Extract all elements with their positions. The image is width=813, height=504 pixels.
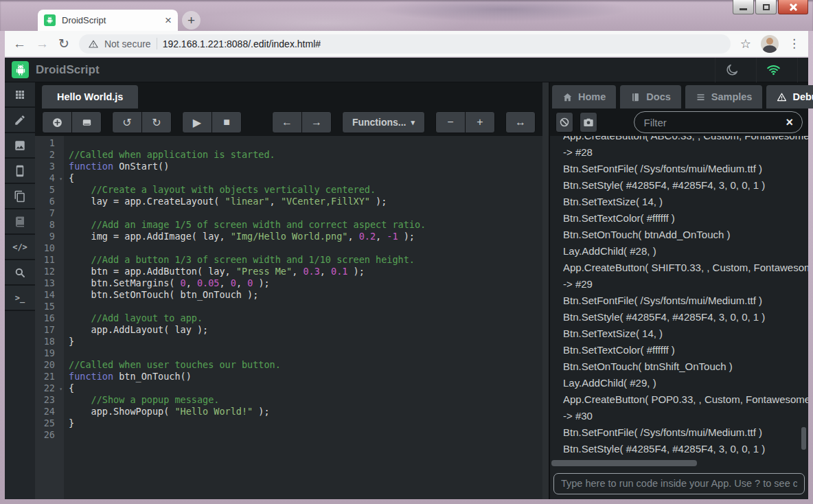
code-line: //Show a popup message. <box>69 394 542 406</box>
sidebar-pencil-button[interactable] <box>5 108 35 133</box>
undo-icon: ↺ <box>122 116 131 129</box>
window-controls <box>733 0 808 14</box>
line-number: 7 <box>35 207 64 219</box>
dark-mode-button[interactable] <box>715 58 749 82</box>
play-icon: ▶ <box>193 116 201 129</box>
wrap-button[interactable]: ↔ <box>505 111 536 133</box>
code-line: app.ShowPopup( "Hello World!" ); <box>69 406 542 417</box>
browser-forward-button[interactable]: → <box>36 37 49 50</box>
browser-reload-button[interactable]: ↻ <box>58 37 69 50</box>
redo-button[interactable]: ↻ <box>141 111 172 133</box>
forward-arrow-button[interactable]: → <box>301 111 332 133</box>
sidebar-phone-button[interactable] <box>5 159 35 184</box>
minimize-button[interactable] <box>733 0 754 14</box>
security-label: Not secure <box>104 38 151 49</box>
stop-icon: ■ <box>223 116 230 128</box>
console-input[interactable] <box>553 473 805 494</box>
line-number: 14 <box>35 289 64 301</box>
sidebar-terminal-button[interactable]: >_ <box>5 286 35 311</box>
save-button[interactable] <box>71 111 102 133</box>
debug-line: Btn.SetStyle( #4285F4, #4285F4, 3, 0, 0,… <box>563 177 808 194</box>
bookmark-star-icon[interactable]: ☆ <box>740 38 751 50</box>
debug-line: Btn.SetStyle( #4285F4, #4285F4, 3, 0, 0,… <box>563 309 808 325</box>
clear-log-button[interactable] <box>556 112 573 133</box>
functions-label: Functions... <box>352 117 406 128</box>
app-title: DroidScript <box>36 63 100 77</box>
droidscript-favicon-icon <box>44 14 56 26</box>
code-editor[interactable]: 1234▾5678910111213141516171819202122▾232… <box>35 136 542 499</box>
code-line: //Create a layout with objects verticall… <box>69 184 542 196</box>
tab-debug[interactable]: Debug <box>766 85 813 108</box>
code-area[interactable]: //Called when application is started.fun… <box>64 136 542 499</box>
moon-icon <box>725 62 740 77</box>
wifi-status-button[interactable] <box>756 58 790 82</box>
tab-label: Home <box>578 91 606 102</box>
horizontal-scrollbar[interactable] <box>550 459 808 468</box>
undo-button[interactable]: ↺ <box>112 111 142 133</box>
debug-line: -> #28 <box>563 144 808 161</box>
tab-home[interactable]: Home <box>552 85 616 108</box>
droidscript-logo-icon <box>12 61 29 78</box>
code-line: } <box>69 336 542 347</box>
sidebar-book-button[interactable] <box>5 209 35 235</box>
play-button[interactable]: ▶ <box>182 111 212 133</box>
filter-box[interactable]: × <box>634 111 803 133</box>
close-button[interactable] <box>778 0 808 14</box>
browser-tab[interactable]: DroidScript × <box>38 10 178 31</box>
horizontal-scrollbar-thumb[interactable] <box>551 460 697 466</box>
new-tab-button[interactable]: + <box>182 11 201 30</box>
block-icon <box>559 117 570 128</box>
debug-line: App.CreateButton( SHIFT0.33, , Custom, F… <box>563 260 808 276</box>
line-number: 13 <box>35 277 64 289</box>
vertical-scrollbar-thumb[interactable] <box>801 427 806 450</box>
not-secure-icon <box>88 38 99 49</box>
filter-clear-icon[interactable]: × <box>786 116 793 128</box>
plus-button[interactable]: + <box>465 111 495 133</box>
sidebar-code-button[interactable]: </> <box>5 235 35 260</box>
filter-input[interactable] <box>643 117 780 128</box>
maximize-button[interactable] <box>755 0 777 14</box>
screenshot-button[interactable] <box>580 112 597 133</box>
browser-menu-icon[interactable]: ⋮ <box>788 38 800 49</box>
tab-close-icon[interactable]: × <box>165 14 172 26</box>
tab-docs[interactable]: Docs <box>620 85 680 108</box>
wrap-icon: ↔ <box>515 116 526 128</box>
code-icon: </> <box>12 242 27 252</box>
app-content: DroidScript </>>_ Hello World.js ↺↻▶■ ←→… <box>5 58 808 499</box>
tab-samples[interactable]: Samples <box>685 85 763 108</box>
debug-line: Btn.SetOnTouch( btnShift_OnTouch ) <box>563 358 808 375</box>
address-bar[interactable]: Not secure 192.168.1.221:8088/.edit/inde… <box>79 34 731 54</box>
sidebar-apps-grid-button[interactable] <box>5 82 35 108</box>
plus-circle-button[interactable] <box>42 111 72 133</box>
sidebar-copy-button[interactable] <box>5 184 35 209</box>
line-number: 25 <box>35 417 64 429</box>
samples-icon <box>696 92 706 102</box>
fold-marker-icon[interactable]: ▾ <box>59 383 62 395</box>
debug-line: Lay.AddChild( #28, ) <box>563 243 808 260</box>
file-tab-bar: Hello World.js <box>35 82 542 108</box>
code-line: { <box>69 382 542 394</box>
browser-back-button[interactable]: ← <box>13 37 26 50</box>
sidebar-image-button[interactable] <box>5 133 35 159</box>
fold-marker-icon[interactable]: ▾ <box>59 173 62 185</box>
right-panel: HomeDocsSamplesDebug × App.CreateButton(… <box>550 82 808 499</box>
line-number: 21 <box>35 371 64 382</box>
profile-avatar[interactable] <box>761 35 779 53</box>
line-number: 23 <box>35 394 64 406</box>
code-line: btn = app.AddButton( lay, "Press Me", 0.… <box>69 266 542 277</box>
file-tab-hello-world[interactable]: Hello World.js <box>42 85 138 108</box>
functions-dropdown[interactable]: Functions... ▾ <box>342 111 425 133</box>
stop-button[interactable]: ■ <box>211 111 242 133</box>
code-line: img = app.AddImage( lay, "Img/Hello Worl… <box>69 231 542 242</box>
editor-column: Hello World.js ↺↻▶■ ←→ Functions... ▾ −+… <box>35 82 542 499</box>
minus-button[interactable]: − <box>435 111 466 133</box>
back-arrow-button[interactable]: ← <box>272 111 302 133</box>
apps-grid-icon <box>14 89 26 101</box>
debug-output-panel[interactable]: App.CreateButton( ABC0.33, , Custom, Fon… <box>550 136 808 459</box>
sidebar-search-button[interactable] <box>5 260 35 286</box>
home-icon <box>562 92 573 102</box>
file-tab-label: Hello World.js <box>57 91 123 102</box>
line-number: 15 <box>35 301 64 312</box>
panel-resize-divider[interactable] <box>542 82 550 499</box>
caret-down-icon: ▾ <box>411 118 415 127</box>
